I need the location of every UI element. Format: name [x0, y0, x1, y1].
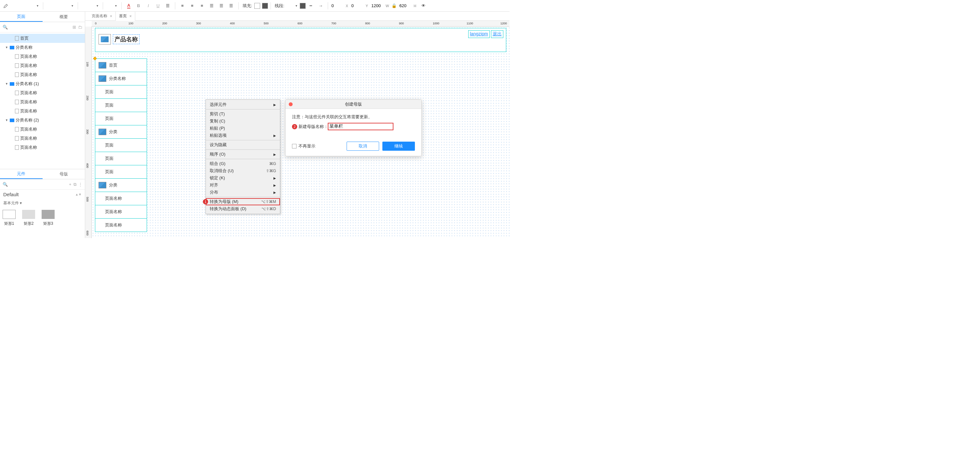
arrow-icon[interactable]: →	[316, 1, 325, 10]
username-label[interactable]: langzipm	[468, 30, 490, 38]
dont-show-checkbox[interactable]	[292, 144, 296, 149]
tree-item-home[interactable]: 首页	[0, 34, 85, 43]
lib-section[interactable]: 基本元件 ▾	[0, 199, 85, 207]
ctx-select-widgets[interactable]: 选择元件▶	[206, 101, 280, 108]
tree-folder-3[interactable]: ▼分类名称 (2)	[0, 116, 85, 125]
doc-tab-1[interactable]: 页面名称×	[88, 12, 116, 21]
ctx-copy[interactable]: 复制 (C)	[206, 117, 280, 125]
doc-tab-2[interactable]: 首页×	[116, 12, 135, 21]
ctx-distribute[interactable]: 分布▶	[206, 189, 280, 196]
fill-swatch-2[interactable]	[262, 3, 268, 9]
ctx-lock[interactable]: 锁定 (K)▶	[206, 174, 280, 182]
w-input[interactable]	[371, 2, 385, 10]
ctx-hide[interactable]: 设为隐藏	[206, 141, 280, 149]
add-folder-icon[interactable]: 🗀	[78, 25, 82, 30]
widget-rect1[interactable]: 矩形1	[3, 210, 16, 227]
x-input[interactable]	[331, 2, 345, 10]
line-color[interactable]	[300, 3, 305, 9]
tab-pages[interactable]: 页面	[0, 12, 43, 22]
lock-icon[interactable]: 🔒	[391, 3, 397, 8]
tree-item[interactable]: 页面名称	[0, 143, 85, 152]
image-placeholder-icon[interactable]	[99, 34, 111, 44]
valign-mid-icon[interactable]: ☰	[217, 1, 226, 10]
tree-item[interactable]: 页面名称	[0, 106, 85, 116]
more-icon[interactable]: ⋮	[78, 182, 83, 187]
size-dropdown[interactable]: ▾	[106, 1, 119, 10]
line-style-icon[interactable]: ┅	[306, 1, 315, 10]
pages-search-input[interactable]	[10, 24, 70, 31]
main-toolbar: ▾ ▾ ▾ ▾ A B I U ☰ ≡ ≡ ≡ ☰ ☰ ☰ 填充: 线段: ▾ …	[0, 0, 509, 12]
ctx-paste-options[interactable]: 粘贴选项▶	[206, 132, 280, 139]
ctx-ungroup[interactable]: 取消组合 (U)⇧⌘G	[206, 167, 280, 174]
tree-item[interactable]: 页面名称	[0, 125, 85, 134]
annotation-badge-2: 2	[292, 124, 297, 129]
fill-label: 填充:	[243, 3, 252, 9]
text-color-icon[interactable]: A	[124, 1, 133, 10]
line-width-dropdown[interactable]: ▾	[286, 1, 299, 10]
ctx-paste[interactable]: 粘贴 (P)	[206, 125, 280, 132]
underline-icon[interactable]: U	[153, 1, 162, 10]
italic-icon[interactable]: I	[144, 1, 153, 10]
y-input[interactable]	[351, 2, 365, 10]
canvas-menu[interactable]: 首页 分类名称 页面 页面 页面 分类 页面 页面 页面 分类 页面名称 页面名…	[95, 59, 147, 231]
product-title[interactable]: 产品名称	[113, 35, 140, 44]
tab-outline[interactable]: 概要	[43, 12, 85, 22]
fill-swatch[interactable]	[254, 3, 260, 9]
tree-item[interactable]: 页面名称	[0, 134, 85, 143]
pages-tree: 首页 ▼分类名称 页面名称 页面名称 页面名称 ▼分类名称 (1) 页面名称 页…	[0, 32, 85, 169]
visibility-icon[interactable]: 👁	[419, 1, 428, 10]
h-input[interactable]	[399, 2, 413, 10]
context-menu: 选择元件▶ 剪切 (T) 复制 (C) 粘贴 (P) 粘贴选项▶ 设为隐藏 顺序…	[205, 100, 280, 214]
add-lib-icon[interactable]: +	[69, 182, 72, 187]
close-icon[interactable]: ×	[110, 14, 112, 19]
logout-link[interactable]: 退出	[491, 30, 503, 38]
modal-titlebar[interactable]: 创建母版	[285, 100, 422, 109]
bullets-icon[interactable]: ☰	[163, 1, 172, 10]
tab-masters[interactable]: 母版	[43, 169, 85, 179]
bold-icon[interactable]: B	[134, 1, 143, 10]
copy-lib-icon[interactable]: ⧉	[73, 182, 76, 187]
master-name-input[interactable]	[328, 123, 393, 130]
widget-rect3[interactable]: 矩形3	[41, 210, 55, 227]
dont-show-label: 不再显示	[299, 143, 315, 149]
modal-field-label: 新建母版名称：	[299, 124, 328, 130]
valign-bottom-icon[interactable]: ☰	[227, 1, 236, 10]
canvas-header[interactable]: 产品名称 langzipm 退出	[95, 28, 506, 52]
weight-dropdown[interactable]: ▾	[81, 1, 100, 10]
tree-item[interactable]: 页面名称	[0, 88, 85, 97]
tree-item[interactable]: 页面名称	[0, 70, 85, 79]
left-panel: 页面 概要 🔍 ⊞ 🗀 首页 ▼分类名称 页面名称 页面名称 页面名称 ▼分类名…	[0, 12, 85, 238]
tree-folder-2[interactable]: ▼分类名称 (1)	[0, 79, 85, 88]
ctx-order[interactable]: 顺序 (O)▶	[206, 151, 280, 158]
add-page-icon[interactable]: ⊞	[73, 25, 76, 30]
tree-folder-1[interactable]: ▼分类名称	[0, 43, 85, 52]
ctx-convert-to-panel[interactable]: 转换为动态面板 (D)⌥⇧⌘D	[206, 205, 280, 212]
image-placeholder-icon	[99, 182, 106, 189]
align-left-icon[interactable]: ≡	[178, 1, 187, 10]
create-master-modal: 创建母版 注意：与这些元件关联的交互将需要更新。 2 新建母版名称： 不再显示 …	[285, 100, 422, 156]
ruler-horizontal: 0 100 200 300 400 500 600 700 800 900 10…	[92, 21, 509, 27]
lib-search-input[interactable]	[10, 181, 67, 188]
continue-button[interactable]: 继续	[382, 142, 415, 151]
line-label: 线段:	[275, 3, 285, 9]
selector-dropdown[interactable]: ▾	[11, 1, 40, 10]
tree-item[interactable]: 页面名称	[0, 61, 85, 70]
pencil-icon[interactable]	[1, 1, 10, 10]
cancel-button[interactable]: 取消	[347, 142, 379, 151]
align-right-icon[interactable]: ≡	[197, 1, 207, 10]
ctx-align[interactable]: 对齐▶	[206, 182, 280, 189]
library-select[interactable]: Default	[3, 192, 73, 197]
font-dropdown[interactable]: ▾	[46, 1, 75, 10]
tree-item[interactable]: 页面名称	[0, 52, 85, 61]
widget-rect2[interactable]: 矩形2	[22, 210, 35, 227]
tab-widgets[interactable]: 元件	[0, 169, 43, 179]
modal-close-icon[interactable]	[289, 102, 293, 106]
ctx-group[interactable]: 组合 (G)⌘G	[206, 160, 280, 167]
close-icon[interactable]: ×	[129, 14, 132, 19]
align-center-icon[interactable]: ≡	[188, 1, 197, 10]
tree-item[interactable]: 页面名称	[0, 97, 85, 106]
ctx-cut[interactable]: 剪切 (T)	[206, 111, 280, 117]
image-placeholder-icon	[99, 128, 106, 135]
valign-top-icon[interactable]: ☰	[207, 1, 216, 10]
ctx-convert-to-master[interactable]: 转换为母版 (M)⌥⇧⌘M	[206, 198, 280, 205]
